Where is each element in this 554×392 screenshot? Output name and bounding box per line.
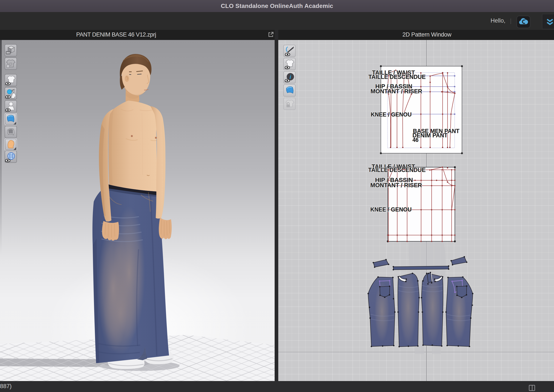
svg-text:KNEE / GENOU: KNEE / GENOU (371, 111, 412, 118)
svg-text:i: i (290, 74, 291, 80)
svg-text:TAILLE DESCENDUE: TAILLE DESCENDUE (368, 74, 426, 80)
svg-text:MONTANT / RISER: MONTANT / RISER (370, 182, 422, 189)
svg-text:KNEE / GENOU: KNEE / GENOU (370, 206, 412, 213)
svg-text:46: 46 (412, 137, 419, 143)
svg-text:TAILLE DESCENDUE: TAILLE DESCENDUE (368, 167, 426, 173)
svg-text:MONTANT / RISER: MONTANT / RISER (370, 88, 422, 95)
